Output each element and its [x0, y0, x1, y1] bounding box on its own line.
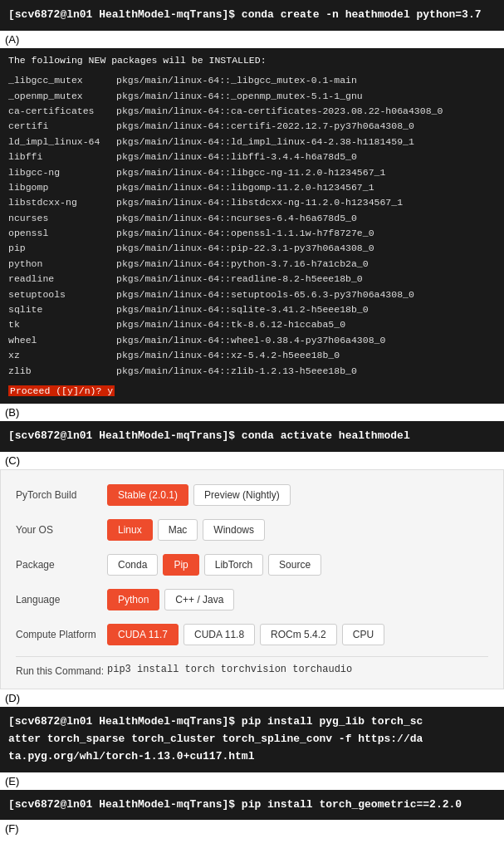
pytorch-option-btn[interactable]: Python	[107, 589, 159, 610]
package-name: setuptools	[8, 287, 116, 302]
pytorch-option-btn[interactable]: Mac	[158, 519, 198, 541]
pytorch-option-btn[interactable]: CPU	[342, 624, 384, 645]
package-name: readline	[8, 272, 116, 287]
package-path: pkgs/main/linux-64::ca-certificates-2023…	[116, 104, 443, 119]
pytorch-options: PythonC++ / Java	[107, 589, 234, 610]
pytorch-options: LinuxMacWindows	[107, 519, 265, 541]
pytorch-row-label: Package	[16, 559, 107, 571]
pytorch-option-btn[interactable]: CUDA 11.8	[183, 624, 255, 645]
package-path: pkgs/main/linux-64::python-3.7.16-h7a1cb…	[116, 257, 369, 272]
section-a-label: (A)	[0, 31, 504, 48]
package-row: libffipkgs/main/linux-64::libffi-3.4.4-h…	[8, 150, 496, 164]
pytorch-option-btn[interactable]: Stable (2.0.1)	[107, 484, 188, 506]
package-row: ca-certificatespkgs/main/linux-64::ca-ce…	[8, 104, 496, 119]
section-f-label: (F)	[0, 820, 504, 837]
package-row: xzpkgs/main/linux-64::xz-5.4.2-h5eee18b_…	[8, 348, 496, 363]
pytorch-row-label: Your OS	[16, 524, 107, 536]
package-path: pkgs/main/linux-64::wheel-0.38.4-py37h06…	[116, 333, 385, 348]
package-row: setuptoolspkgs/main/linux-64::setuptools…	[8, 287, 496, 302]
package-path: pkgs/main/linux-64::readline-8.2-h5eee18…	[116, 272, 363, 287]
package-row: libgomppkgs/main/linux-64::libgomp-11.2.…	[8, 180, 496, 195]
pytorch-option-btn[interactable]: ROCm 5.4.2	[260, 624, 337, 645]
pytorch-option-btn[interactable]: Pip	[163, 554, 198, 576]
package-path: pkgs/main/linux-64::zlib-1.2.13-h5eee18b…	[116, 364, 357, 379]
package-name: ld_impl_linux-64	[8, 135, 116, 150]
pytorch-option-btn[interactable]: LibTorch	[204, 554, 263, 576]
package-path: pkgs/main/linux-64::libffi-3.4.4-h6a78d5…	[116, 150, 357, 164]
run-command-value: pip3 install torch torchvision torchaudi…	[107, 664, 352, 675]
prompt-b: [scv6872@ln01 HealthModel-mqTrans]$ cond…	[8, 429, 410, 442]
package-header: The following NEW packages will be INSTA…	[8, 53, 496, 68]
pytorch-options: CUDA 11.7CUDA 11.8ROCm 5.4.2CPU	[107, 624, 384, 645]
package-row: tkpkgs/main/linux-64::tk-8.6.12-h1ccaba5…	[8, 317, 496, 332]
package-row: zlibpkgs/main/linux-64::zlib-1.2.13-h5ee…	[8, 364, 496, 379]
package-path: pkgs/main/linux-64::libgomp-11.2.0-h1234…	[116, 180, 374, 195]
package-name: _libgcc_mutex	[8, 73, 116, 88]
section-c-label: (C)	[0, 452, 504, 469]
pytorch-option-btn[interactable]: Source	[268, 554, 321, 576]
section-b-terminal: [scv6872@ln01 HealthModel-mqTrans]$ cond…	[0, 421, 504, 452]
package-row: readlinepkgs/main/linux-64::readline-8.2…	[8, 272, 496, 287]
package-name: libffi	[8, 150, 116, 164]
package-row: wheelpkgs/main/linux-64::wheel-0.38.4-py…	[8, 333, 496, 348]
package-name: libstdcxx-ng	[8, 195, 116, 210]
package-row: pythonpkgs/main/linux-64::python-3.7.16-…	[8, 257, 496, 272]
package-row: ncursespkgs/main/linux-64::ncurses-6.4-h…	[8, 211, 496, 226]
section-a-terminal: [scv6872@ln01 HealthModel-mqTrans]$ cond…	[0, 0, 504, 31]
pytorch-row: LanguagePythonC++ / Java	[16, 586, 488, 613]
run-command-label: Run this Command:	[16, 664, 107, 677]
package-name: python	[8, 257, 116, 272]
pytorch-row: Your OSLinuxMacWindows	[16, 517, 488, 543]
pytorch-option-btn[interactable]: C++ / Java	[164, 589, 234, 610]
package-path: pkgs/main/linux-64::_openmp_mutex-5.1-1_…	[116, 89, 363, 104]
section-d-label: (D)	[0, 689, 504, 707]
package-row: certifipkgs/main/linux-64::certifi-2022.…	[8, 119, 496, 134]
package-name: tk	[8, 317, 116, 332]
package-path: pkgs/main/linux-64::setuptools-65.6.3-py…	[116, 287, 414, 302]
package-name: wheel	[8, 333, 116, 348]
section-d-terminal: [scv6872@ln01 HealthModel-mqTrans]$ pip …	[0, 707, 504, 772]
package-path: pkgs/main/linux-64::libstdcxx-ng-11.2.0-…	[116, 195, 403, 210]
pytorch-option-btn[interactable]: CUDA 11.7	[107, 624, 179, 645]
pytorch-options: CondaPipLibTorchSource	[107, 554, 321, 576]
package-path: pkgs/main/linux-64::libgcc-ng-11.2.0-h12…	[116, 165, 385, 180]
pytorch-option-btn[interactable]: Conda	[107, 554, 158, 576]
section-b-label: (B)	[0, 404, 504, 421]
package-name: ca-certificates	[8, 104, 116, 119]
package-row: libgcc-ngpkgs/main/linux-64::libgcc-ng-1…	[8, 165, 496, 180]
package-name: pip	[8, 241, 116, 256]
package-name: zlib	[8, 364, 116, 379]
section-e-terminal: [scv6872@ln01 HealthModel-mqTrans]$ pip …	[0, 790, 504, 821]
package-path: pkgs/main/linux-64::sqlite-3.41.2-h5eee1…	[116, 302, 369, 317]
package-path: pkgs/main/linux-64::pip-22.3.1-py37h06a4…	[116, 241, 374, 256]
package-terminal: The following NEW packages will be INSTA…	[0, 48, 504, 404]
package-path: pkgs/main/linux-64::ncurses-6.4-h6a678d5…	[116, 211, 357, 226]
package-name: ncurses	[8, 211, 116, 226]
pytorch-selector: PyTorch BuildStable (2.0.1)Preview (Nigh…	[0, 469, 504, 689]
package-row: _libgcc_mutexpkgs/main/linux-64::_libgcc…	[8, 73, 496, 88]
pytorch-option-btn[interactable]: Preview (Nightly)	[193, 484, 291, 506]
proceed-line: Proceed ([y]/n)? y	[8, 384, 496, 399]
pytorch-option-btn[interactable]: Windows	[203, 519, 265, 541]
package-path: pkgs/main/linux-64::certifi-2022.12.7-py…	[116, 119, 414, 134]
package-row: _openmp_mutexpkgs/main/linux-64::_openmp…	[8, 89, 496, 104]
pytorch-row-label: Language	[16, 594, 107, 606]
pytorch-option-btn[interactable]: Linux	[107, 519, 153, 541]
package-row: ld_impl_linux-64pkgs/main/linux-64::ld_i…	[8, 135, 496, 150]
pytorch-row: Compute PlatformCUDA 11.7CUDA 11.8ROCm 5…	[16, 621, 488, 648]
package-path: pkgs/main/linux-64::_libgcc_mutex-0.1-ma…	[116, 73, 357, 88]
pytorch-row: PackageCondaPipLibTorchSource	[16, 552, 488, 578]
package-name: openssl	[8, 226, 116, 241]
pytorch-row-label: PyTorch Build	[16, 489, 107, 501]
package-path: pkgs/main/linux-64::ld_impl_linux-64-2.3…	[116, 135, 414, 150]
package-row: libstdcxx-ngpkgs/main/linux-64::libstdcx…	[8, 195, 496, 210]
package-list: _libgcc_mutexpkgs/main/linux-64::_libgcc…	[8, 73, 496, 379]
package-name: libgomp	[8, 180, 116, 195]
package-row: sqlitepkgs/main/linux-64::sqlite-3.41.2-…	[8, 302, 496, 317]
pytorch-row-label: Compute Platform	[16, 629, 107, 640]
package-name: certifi	[8, 119, 116, 134]
package-name: libgcc-ng	[8, 165, 116, 180]
package-path: pkgs/main/linux-64::xz-5.4.2-h5eee18b_0	[116, 348, 340, 363]
package-row: pippkgs/main/linux-64::pip-22.3.1-py37h0…	[8, 241, 496, 256]
pytorch-row: PyTorch BuildStable (2.0.1)Preview (Nigh…	[16, 482, 488, 508]
